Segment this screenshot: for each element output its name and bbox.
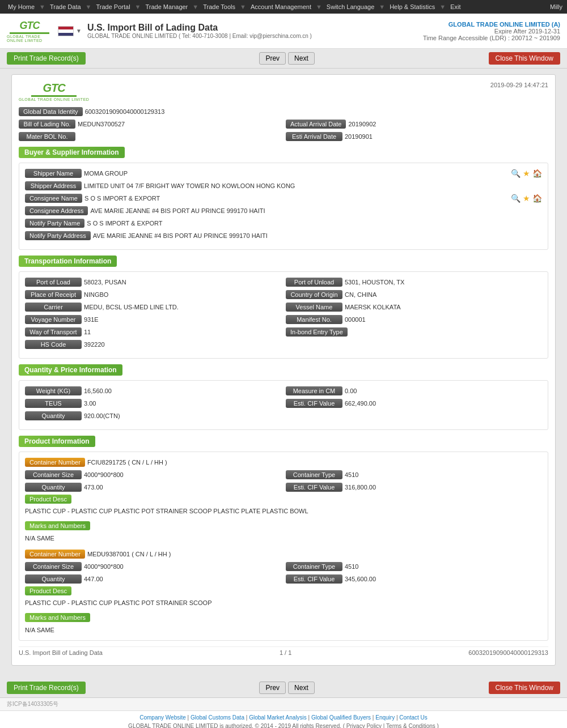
nav-buttons-bottom: Prev Next bbox=[259, 682, 314, 694]
footer-link-market[interactable]: Global Market Analysis bbox=[249, 714, 307, 721]
coo-label: Country of Origin bbox=[286, 290, 342, 299]
consignee-address-row: Consignee Address AVE MARIE JEANNE #4 BI… bbox=[25, 206, 542, 215]
buyer-section: Buyer & Supplier Information Shipper Nam… bbox=[19, 147, 548, 250]
nav-myhome[interactable]: My Home bbox=[5, 3, 38, 10]
footer-record-label: U.S. Import Bill of Lading Data bbox=[19, 649, 103, 656]
container2-qty-cif-row: Quantity 447.00 Esti. CIF Value 345,600.… bbox=[25, 574, 542, 584]
footer-page-info: 1 / 1 bbox=[280, 649, 291, 656]
card-logo: GTC GLOBAL TRADE ONLINE LIMITED bbox=[19, 82, 89, 101]
carrier-vessel-row: Carrier MEDU, BCSL US-MED LINE LTD. Vess… bbox=[25, 303, 542, 312]
voyage-manifest-row: Voyage Number 931E Manifest No. 000001 bbox=[25, 315, 542, 324]
footer-link-company[interactable]: Company Website bbox=[139, 714, 186, 721]
shipper-icons: 🔍 ★ 🏠 bbox=[511, 169, 542, 178]
carrier-value: MEDU, BCSL US-MED LINE LTD. bbox=[84, 304, 179, 310]
container-type-label-1: Container Type bbox=[286, 470, 342, 479]
footer-link-buyers[interactable]: Global Qualified Buyers bbox=[311, 714, 371, 721]
print-button-bottom[interactable]: Print Trade Record(s) bbox=[7, 682, 86, 694]
vessel-label: Vessel Name bbox=[286, 303, 342, 312]
container-cif-label-2: Esti. CIF Value bbox=[286, 574, 342, 584]
nav-tradeportal[interactable]: Trade Portal bbox=[92, 3, 133, 10]
vessel-value: MAERSK KOLKATA bbox=[345, 304, 401, 310]
esti-arrival-item: Esti Arrival Date 20190901 bbox=[286, 132, 548, 141]
consignee-name-label: Consignee Name bbox=[25, 194, 82, 203]
prev-button-top[interactable]: Prev bbox=[259, 52, 286, 65]
quantity-section: Quantity & Price Information Weight (KG)… bbox=[19, 364, 548, 430]
container2-cif-value: 345,600.00 bbox=[345, 576, 379, 582]
consignee-name-value: S O S IMPORT & EXPORT bbox=[84, 195, 506, 202]
header-left: GTC GLOBAL TRADE ONLINE LIMITED ▼ U.S. I… bbox=[7, 18, 312, 44]
product-section-inner: Container Number FCIU8291725 ( CN / L / … bbox=[19, 452, 548, 641]
container-qty-label-2: Quantity bbox=[25, 574, 82, 584]
container2-qty-value: 447.00 bbox=[84, 576, 118, 582]
cif-label: Esti. CIF Value bbox=[286, 399, 342, 408]
marks-label-1: Marks and Numbers bbox=[25, 521, 90, 530]
qty-label: Quantity bbox=[25, 411, 82, 420]
nav-switchlang[interactable]: Switch Language bbox=[323, 3, 378, 10]
prev-button-bottom[interactable]: Prev bbox=[259, 682, 286, 694]
footer-link-contact[interactable]: Contact Us bbox=[399, 714, 427, 721]
container-2: Container Number MEDU9387001 ( CN / L / … bbox=[25, 550, 542, 635]
nav-tradedata[interactable]: Trade Data bbox=[46, 3, 84, 10]
actual-arrival-value: 20190902 bbox=[348, 121, 382, 127]
bol-item: Bill of Lading No. MEDUN3700527 bbox=[19, 120, 281, 129]
logo: GTC GLOBAL TRADE ONLINE LIMITED bbox=[7, 18, 52, 44]
header-sub: GLOBAL TRADE ONLINE LIMITED ( Tel: 400-7… bbox=[87, 33, 312, 39]
footer-link-enquiry[interactable]: Enquiry bbox=[375, 714, 395, 721]
container1-number-value: FCIU8291725 ( CN / L / HH ) bbox=[87, 459, 542, 466]
toolbar-bottom: Print Trade Record(s) Prev Next Close Th… bbox=[0, 678, 567, 698]
global-data-identity-row: Global Data Identity 6003201909004000012… bbox=[19, 107, 548, 116]
next-button-top[interactable]: Next bbox=[288, 52, 315, 65]
top-navigation: My Home ▼ Trade Data ▼ Trade Portal ▼ Tr… bbox=[0, 0, 567, 14]
container1-size-type-row: Container Size 4000*900*800 Container Ty… bbox=[25, 470, 542, 479]
next-button-bottom[interactable]: Next bbox=[288, 682, 315, 694]
nav-helpstats[interactable]: Help & Statistics bbox=[386, 3, 438, 10]
consignee-search-icon[interactable]: 🔍 bbox=[511, 194, 521, 203]
container2-size-type-row: Container Size 4000*900*800 Container Ty… bbox=[25, 562, 542, 571]
qty-row: Quantity 920.00(CTN) bbox=[25, 411, 542, 420]
pou-value: 5301, HOUSTON, TX bbox=[345, 279, 404, 286]
nav-tradetools[interactable]: Trade Tools bbox=[200, 3, 239, 10]
search-icon[interactable]: 🔍 bbox=[511, 169, 521, 178]
cif-value: 662,490.00 bbox=[345, 400, 379, 407]
flag-selector[interactable]: ▼ bbox=[58, 26, 82, 36]
nav-exit[interactable]: Exit bbox=[447, 3, 464, 10]
footer-links: Company Website | Global Customs Data | … bbox=[3, 714, 564, 721]
manifest-label: Manifest No. bbox=[286, 315, 342, 324]
product-section-label: Product Information bbox=[19, 436, 95, 447]
consignee-home-icon[interactable]: 🏠 bbox=[532, 194, 542, 203]
mbol-label: Mater BOL No. bbox=[19, 132, 75, 141]
shipper-address-row: Shipper Address LIMITED UNIT 04 7/F BRIG… bbox=[25, 181, 542, 190]
esti-arrival-label: Esti Arrival Date bbox=[286, 132, 342, 141]
consignee-address-value: AVE MARIE JEANNE #4 BIS PORT AU PRINCE 9… bbox=[90, 207, 542, 214]
por-value: NINGBO bbox=[84, 291, 118, 298]
bol-label: Bill of Lading No. bbox=[19, 120, 75, 129]
star-icon[interactable]: ★ bbox=[523, 169, 530, 178]
container1-qty-value: 473.00 bbox=[84, 484, 118, 491]
teus-label: TEUS bbox=[25, 399, 82, 408]
pou-label: Port of Unload bbox=[286, 278, 342, 287]
container2-product-desc-row: Product Desc bbox=[25, 587, 542, 595]
actual-arrival-label: Actual Arrival Date bbox=[286, 120, 346, 129]
weight-label: Weight (KG) bbox=[25, 386, 82, 395]
shipper-address-label: Shipper Address bbox=[25, 181, 82, 190]
toolbar-top: Print Trade Record(s) Prev Next Close Th… bbox=[0, 49, 567, 69]
close-button-bottom[interactable]: Close This Window bbox=[489, 682, 560, 694]
home-icon[interactable]: 🏠 bbox=[532, 169, 542, 178]
shipper-name-label: Shipper Name bbox=[25, 169, 82, 178]
notify-address-label: Notify Party Address bbox=[25, 231, 91, 240]
close-button-top[interactable]: Close This Window bbox=[489, 52, 560, 65]
container-number-label-2: Container Number bbox=[25, 550, 85, 559]
footer-link-customs[interactable]: Global Customs Data bbox=[191, 714, 244, 721]
qty-value: 920.00(CTN) bbox=[84, 412, 542, 419]
flag-dropdown[interactable]: ▼ bbox=[76, 28, 82, 34]
nav-trademanager[interactable]: Trade Manager bbox=[142, 3, 191, 10]
transport-section: Transportation Information Port of Load … bbox=[19, 256, 548, 359]
nav-accountmgmt[interactable]: Account Management bbox=[247, 3, 315, 10]
wot-value: 11 bbox=[84, 329, 118, 335]
pol-pou-row: Port of Load 58023, PUSAN Port of Unload… bbox=[25, 278, 542, 287]
measure-value: 0.00 bbox=[345, 388, 379, 394]
print-button-top[interactable]: Print Trade Record(s) bbox=[7, 52, 86, 65]
quantity-section-inner: Weight (KG) 16,560.00 Measure in CM 0.00… bbox=[19, 380, 548, 430]
consignee-star-icon[interactable]: ★ bbox=[523, 194, 530, 203]
notify-address-row: Notify Party Address AVE MARIE JEANNE #4… bbox=[25, 231, 542, 240]
